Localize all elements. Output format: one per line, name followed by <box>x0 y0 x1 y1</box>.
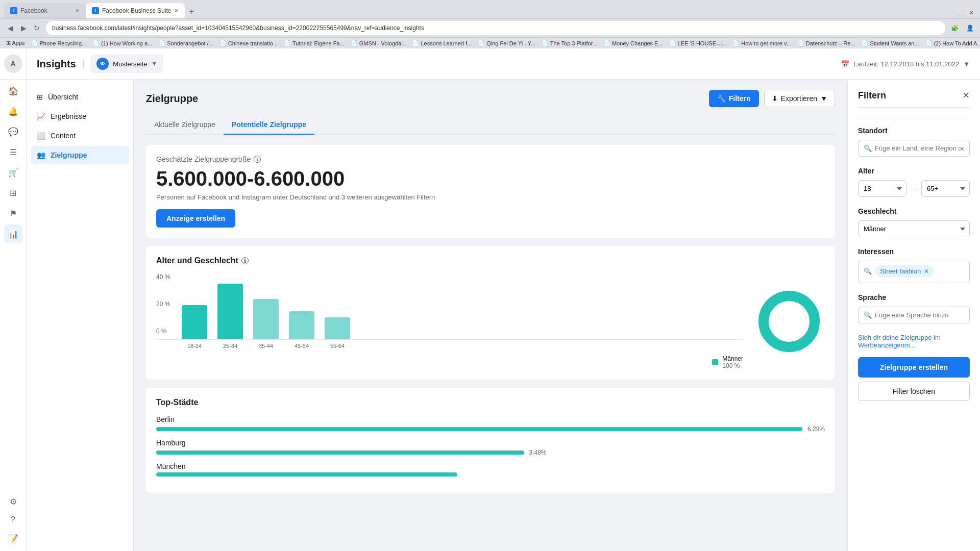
nav-icon-ergebnisse: 📈 <box>37 112 45 120</box>
laufzeit-display: 📅 Laufzeit: 12.12.2018 bis 11.01.2022 ▼ <box>841 60 970 68</box>
page-selector-arrow: ▼ <box>152 60 158 67</box>
page-title: Zielgruppe <box>146 93 198 105</box>
city-name-hamburg: Hamburg <box>156 439 825 447</box>
bookmark-more-views[interactable]: 📄 How to get more v... <box>730 39 793 47</box>
bookmark-lessons[interactable]: 📄 Lessons Learned f... <box>410 39 474 47</box>
tab-aktuelle-zielgruppe[interactable]: Aktuelle Zielgruppe <box>146 115 224 135</box>
tab-favicon-fbs: f <box>92 7 99 14</box>
reload-button[interactable]: ↻ <box>31 22 43 34</box>
tab-close-fbs[interactable]: ✕ <box>174 8 179 14</box>
cities-title: Top-Städte <box>156 398 825 407</box>
sidebar-icon-home[interactable]: 🏠 <box>4 82 22 100</box>
city-bar-hamburg <box>156 450 524 455</box>
sidebar-icon-flag[interactable]: ⚑ <box>4 204 22 222</box>
legend-label: Männer 100 % <box>722 355 743 369</box>
sidebar-avatar[interactable]: A <box>4 55 22 73</box>
estimated-value: 5.600.000-6.600.000 <box>156 167 825 190</box>
filter-icon: 🔧 <box>717 94 726 103</box>
tab-fbs[interactable]: f Facebook Business Suite ✕ <box>86 3 185 18</box>
filter-close-button[interactable]: ✕ <box>962 90 970 101</box>
bookmark-qing[interactable]: 📄 Qing Fei De Yi - Y... <box>476 39 537 47</box>
bookmark-sonderangebot[interactable]: 📄 Sonderangebot /... <box>156 39 215 47</box>
bar-label-35-44: 35-44 <box>253 343 279 349</box>
bookmark-chinese[interactable]: 📄 Chinese translatio... <box>217 39 280 47</box>
bookmark-howtoadd[interactable]: 📄 (2) How To Add A... <box>923 39 980 47</box>
nav-item-content[interactable]: ⬜ Content <box>31 127 129 145</box>
nav-item-zielgruppe[interactable]: 👥 Zielgruppe <box>31 146 129 164</box>
filter-button[interactable]: 🔧 Filtern <box>709 90 759 107</box>
sidebar-icon-note[interactable]: 📝 <box>4 529 22 547</box>
filter-loeschen-button[interactable]: Filter löschen <box>858 382 970 401</box>
bookmark-how-working[interactable]: 📄 (1) How Working a... <box>90 39 154 47</box>
sidebar-icon-question[interactable]: ? <box>4 511 22 529</box>
zielgruppe-erstellen-button[interactable]: Zielgruppe erstellen <box>858 357 970 378</box>
y-label-0: 0 % <box>156 328 170 335</box>
sidebar-icon-cart[interactable]: 🛒 <box>4 163 22 182</box>
tab-facebook[interactable]: f Facebook ✕ <box>4 3 86 18</box>
nav-item-uebersicht[interactable]: ⊞ Übersicht <box>31 88 129 106</box>
new-tab-button[interactable]: + <box>185 7 198 16</box>
info-icon-chart[interactable]: ℹ <box>241 257 249 264</box>
nav-item-ergebnisse[interactable]: 📈 Ergebnisse <box>31 107 129 126</box>
y-label-20: 20 % <box>156 300 170 308</box>
search-icon-sprache: 🔍 <box>864 311 872 319</box>
geschlecht-select[interactable]: Männer <box>858 220 970 237</box>
bookmark-gmsn[interactable]: 📄 GMSN - Vologda... <box>349 39 408 47</box>
bookmark-datenschutz[interactable]: 📄 Datenschutz – Re... <box>795 39 857 47</box>
alter-max-select[interactable]: 65+ <box>921 180 970 197</box>
bar-label-55-64: 55-64 <box>325 343 350 349</box>
export-button[interactable]: ⬇ Exportieren ▼ <box>764 90 835 107</box>
standort-input[interactable] <box>875 144 964 152</box>
bookmark-tutorial[interactable]: 📄 Tutorial: Eigene Fa... <box>282 39 347 47</box>
extensions-button[interactable]: 🧩 <box>948 22 961 34</box>
page-selector-name: Musterseite <box>113 60 147 68</box>
profile-button[interactable]: 👤 <box>964 22 976 34</box>
page-selector[interactable]: 👁 Musterseite ▼ <box>90 55 163 73</box>
search-icon-interessen: 🔍 <box>864 267 872 275</box>
page-selector-icon: 👁 <box>96 58 109 70</box>
age-dash: — <box>911 185 917 192</box>
info-icon-estimated[interactable]: ℹ <box>254 156 261 163</box>
svg-point-2 <box>771 304 807 339</box>
bookmark-lee[interactable]: 📄 LEE 'S HOUSE—... <box>667 39 729 47</box>
zielgruppe-werbeanzeigen-link[interactable]: Sieh dir deine Zielgruppe im Werbeanzeig… <box>858 334 970 349</box>
tab-label-fbs: Facebook Business Suite <box>102 7 171 14</box>
laufzeit-dropdown-arrow[interactable]: ▼ <box>963 60 970 68</box>
browser-maximize[interactable]: ⬜ <box>957 9 965 16</box>
bar-label-25-34: 25-34 <box>217 343 243 349</box>
sidebar-icon-bell[interactable]: 🔔 <box>4 102 22 120</box>
nav-label-content: Content <box>51 132 76 140</box>
tab-close-fb[interactable]: ✕ <box>75 8 80 14</box>
estimated-description: Personen auf Facebook und Instagram unte… <box>156 193 825 201</box>
sidebar-icon-chat[interactable]: 💬 <box>4 122 22 141</box>
sidebar-icon-list[interactable]: ☰ <box>4 143 22 161</box>
city-berlin: Berlin 6.29% <box>156 415 825 433</box>
bookmark-student[interactable]: 📄 Student Wants an... <box>859 39 921 47</box>
interesse-tag-remove-street-fashion[interactable]: ✕ <box>924 268 929 275</box>
browser-minimize[interactable]: — <box>947 9 953 16</box>
export-arrow: ▼ <box>820 94 827 103</box>
forward-button[interactable]: ▶ <box>17 22 30 34</box>
filter-geschlecht-label: Geschlecht <box>858 207 970 215</box>
nav-icon-zielgruppe: 👥 <box>37 151 45 159</box>
legend-dot <box>712 359 718 365</box>
sprache-input[interactable] <box>875 311 964 319</box>
bookmark-money[interactable]: 📄 Money Changes E... <box>601 39 665 47</box>
alter-min-select[interactable]: 18 <box>858 180 906 197</box>
bar-55-64 <box>325 317 350 339</box>
address-bar[interactable] <box>46 21 945 35</box>
browser-close[interactable]: ✕ <box>969 9 974 16</box>
tab-label-fb: Facebook <box>20 7 47 14</box>
download-icon: ⬇ <box>772 94 778 103</box>
sidebar-icon-settings[interactable]: ⚙ <box>4 492 22 511</box>
city-hamburg: Hamburg 3.48% <box>156 439 825 456</box>
tab-potentielle-zielgruppe[interactable]: Potentielle Zielgruppe <box>224 115 314 135</box>
sidebar-icon-chart[interactable]: 📊 <box>4 224 22 243</box>
bookmark-phone-recycling[interactable]: 📄 Phone Recycling... <box>29 39 89 47</box>
filter-panel-title: Filtern <box>858 90 886 101</box>
apps-button[interactable]: ⊞ Apps <box>4 39 27 47</box>
sidebar-icon-grid[interactable]: ⊞ <box>4 184 22 202</box>
create-ad-button[interactable]: Anzeige erstellen <box>156 209 235 228</box>
back-button[interactable]: ◀ <box>4 22 16 34</box>
bookmark-top3[interactable]: 📄 The Top 3 Platfor... <box>540 39 599 47</box>
